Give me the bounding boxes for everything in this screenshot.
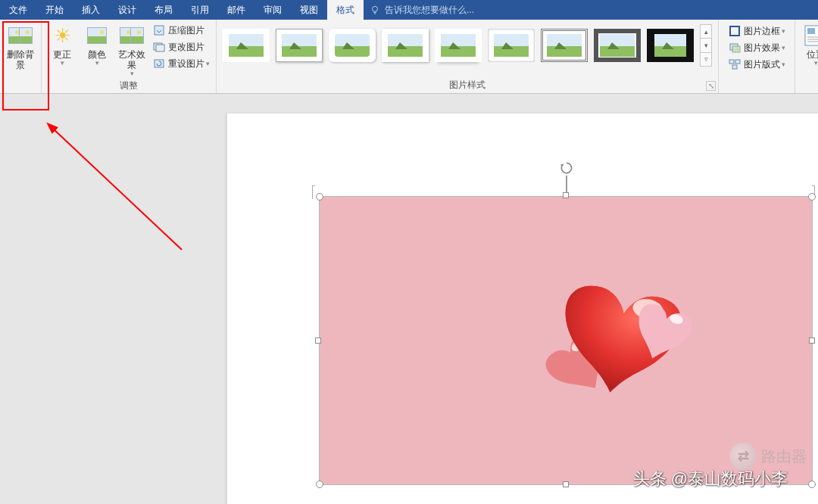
change-picture-button[interactable]: 更改图片 <box>149 39 213 54</box>
tab-insert[interactable]: 插入 <box>73 0 109 20</box>
picture-border-button[interactable]: 图片边框 ▾ <box>725 23 788 39</box>
svg-rect-3 <box>156 45 164 51</box>
chevron-down-icon: ▾ <box>95 60 99 66</box>
change-picture-icon <box>152 40 166 54</box>
chevron-down-icon: ▾ <box>782 27 785 35</box>
expand-icon[interactable]: ▿ <box>701 53 711 66</box>
lightbulb-icon <box>370 5 380 15</box>
resize-handle[interactable] <box>316 193 323 201</box>
tab-references[interactable]: 引用 <box>182 0 218 20</box>
chevron-down-icon: ▾ <box>130 70 134 76</box>
selected-picture[interactable] <box>320 197 812 484</box>
artistic-icon <box>119 23 145 48</box>
svg-rect-12 <box>807 28 815 34</box>
group-label-adjust: 调整 <box>45 78 213 94</box>
heart-graphic <box>509 265 706 439</box>
picture-effects-button[interactable]: 图片效果 ▾ <box>725 40 788 55</box>
style-thumb[interactable] <box>382 29 429 62</box>
compress-icon <box>152 23 166 37</box>
tab-mailings[interactable]: 邮件 <box>218 0 254 20</box>
remove-background-button[interactable]: 删除背景 <box>3 21 38 72</box>
rotate-handle[interactable] <box>559 160 574 176</box>
style-thumb[interactable] <box>647 29 694 62</box>
compress-pictures-button[interactable]: 压缩图片 <box>149 23 213 38</box>
svg-rect-5 <box>730 26 739 36</box>
tab-file[interactable]: 文件 <box>0 0 36 20</box>
picture-layout-button[interactable]: 图片版式 ▾ <box>725 57 788 72</box>
svg-line-25 <box>53 129 182 250</box>
ribbon-tabs: 文件 开始 插入 设计 布局 引用 邮件 审阅 视图 格式 告诉我您想要做什么.… <box>0 0 818 20</box>
resize-handle[interactable] <box>808 481 816 488</box>
corrections-button[interactable]: ☀ 更正 ▾ <box>45 21 80 67</box>
svg-rect-1 <box>155 26 164 35</box>
style-thumb[interactable] <box>276 29 323 62</box>
resize-handle[interactable] <box>808 193 816 201</box>
svg-rect-8 <box>729 60 734 64</box>
chevron-down-icon: ▾ <box>782 44 785 51</box>
border-icon <box>728 24 742 38</box>
picture-color-icon <box>84 23 110 48</box>
tab-view[interactable]: 视图 <box>291 0 327 20</box>
tell-me-search[interactable]: 告诉我您想要做什么... <box>364 0 480 20</box>
position-button[interactable]: 位置 ▾ <box>798 21 818 67</box>
resize-handle[interactable] <box>315 338 321 344</box>
group-label-styles: 图片样式 <box>220 77 715 93</box>
chevron-down-icon: ▾ <box>61 60 64 66</box>
position-icon <box>803 23 818 48</box>
resize-handle[interactable] <box>563 481 569 487</box>
style-thumb[interactable] <box>541 29 588 62</box>
style-thumb[interactable] <box>488 29 535 62</box>
tab-design[interactable]: 设计 <box>109 0 145 20</box>
artistic-effects-button[interactable]: 艺术效果 ▾ <box>114 21 149 78</box>
svg-point-0 <box>373 6 378 11</box>
color-button[interactable]: 颜色 ▾ <box>80 21 114 67</box>
watermark-logo: ⇄ 路由器 <box>729 443 807 470</box>
style-thumb[interactable] <box>329 29 376 62</box>
resize-handle[interactable] <box>316 481 323 488</box>
svg-rect-10 <box>732 65 737 69</box>
resize-handle[interactable] <box>809 338 815 344</box>
tab-format[interactable]: 格式 <box>327 0 364 20</box>
sun-icon: ☀ <box>49 23 75 48</box>
dialog-launcher[interactable]: ⤡ <box>706 81 716 91</box>
tab-layout[interactable]: 布局 <box>145 0 182 20</box>
margin-marker <box>312 185 315 199</box>
router-icon: ⇄ <box>729 443 757 470</box>
svg-rect-9 <box>735 60 740 64</box>
tell-me-label: 告诉我您想要做什么... <box>385 4 474 17</box>
resize-handle[interactable] <box>563 192 569 198</box>
tab-review[interactable]: 审阅 <box>254 0 291 20</box>
style-thumb[interactable] <box>435 29 482 62</box>
svg-rect-7 <box>732 46 740 52</box>
gallery-more-button[interactable]: ▴ ▾ ▿ <box>700 24 712 67</box>
annotation-arrow <box>30 98 197 265</box>
style-thumb[interactable] <box>223 29 270 62</box>
remove-background-icon <box>8 23 33 48</box>
chevron-down-icon: ▾ <box>814 60 818 66</box>
ribbon: 删除背景 ☀ 更正 ▾ 颜色 ▾ 艺术效果 ▾ <box>0 20 818 94</box>
reset-picture-icon <box>152 57 166 70</box>
picture-styles-gallery[interactable]: ▴ ▾ ▿ <box>220 21 715 67</box>
watermark-caption: 头条 @泰山数码小李 <box>633 468 788 490</box>
style-thumb[interactable] <box>594 29 641 62</box>
chevron-down-icon: ▾ <box>206 60 210 67</box>
layout-icon <box>728 58 742 71</box>
scroll-down-icon[interactable]: ▾ <box>701 39 711 52</box>
reset-picture-button[interactable]: 重设图片 ▾ <box>149 56 213 71</box>
tab-home[interactable]: 开始 <box>36 0 73 20</box>
effects-icon <box>728 41 742 54</box>
chevron-down-icon: ▾ <box>782 61 785 68</box>
scroll-up-icon[interactable]: ▴ <box>701 25 711 39</box>
